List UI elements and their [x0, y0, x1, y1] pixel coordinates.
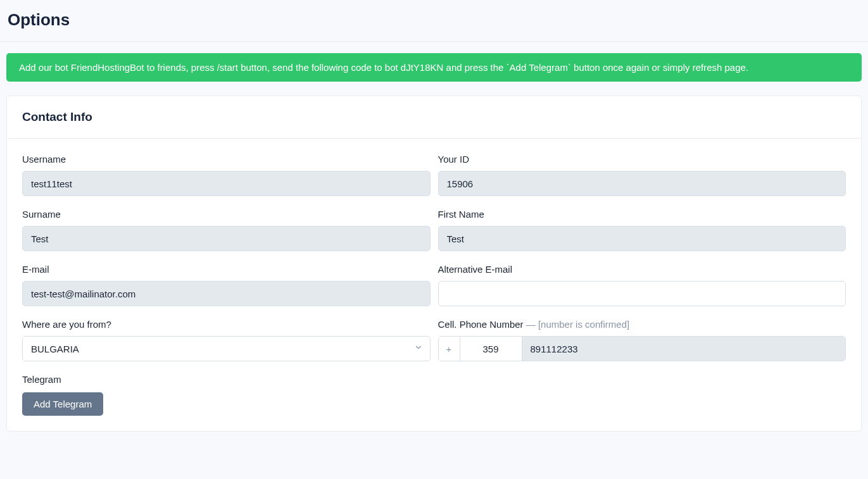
- username-label: Username: [22, 154, 431, 165]
- first-name-input: [438, 226, 846, 251]
- username-input: [22, 171, 431, 196]
- phone-country-code-input[interactable]: [460, 337, 522, 361]
- card-title: Contact Info: [22, 110, 846, 124]
- your-id-label: Your ID: [438, 154, 846, 165]
- phone-group: +: [438, 336, 846, 361]
- card-body: Username Your ID Surname First Name: [7, 139, 861, 431]
- telegram-label: Telegram: [22, 374, 846, 385]
- first-name-label: First Name: [438, 209, 846, 220]
- surname-input: [22, 226, 431, 251]
- email-label: E-mail: [22, 264, 431, 275]
- phone-number-input: [522, 337, 846, 361]
- email-input: [22, 281, 431, 306]
- add-telegram-button[interactable]: Add Telegram: [22, 392, 103, 416]
- your-id-input: [438, 171, 846, 196]
- card-header: Contact Info: [7, 96, 861, 139]
- alert-message: Add our bot FriendHostingBot to friends,…: [19, 62, 748, 73]
- alt-email-label: Alternative E-mail: [438, 264, 846, 275]
- country-select[interactable]: [22, 336, 431, 361]
- alt-email-input[interactable]: [438, 281, 846, 306]
- content-area: Add our bot FriendHostingBot to friends,…: [0, 42, 868, 438]
- contact-info-card: Contact Info Username Your ID Surname: [6, 96, 862, 432]
- surname-label: Surname: [22, 209, 431, 220]
- page-title: Options: [8, 10, 860, 30]
- country-label: Where are you from?: [22, 319, 431, 330]
- page-header: Options: [0, 0, 868, 42]
- phone-plus-prefix: +: [439, 337, 460, 361]
- info-alert: Add our bot FriendHostingBot to friends,…: [6, 53, 862, 82]
- phone-label: Cell. Phone Number — [number is confirme…: [438, 319, 846, 330]
